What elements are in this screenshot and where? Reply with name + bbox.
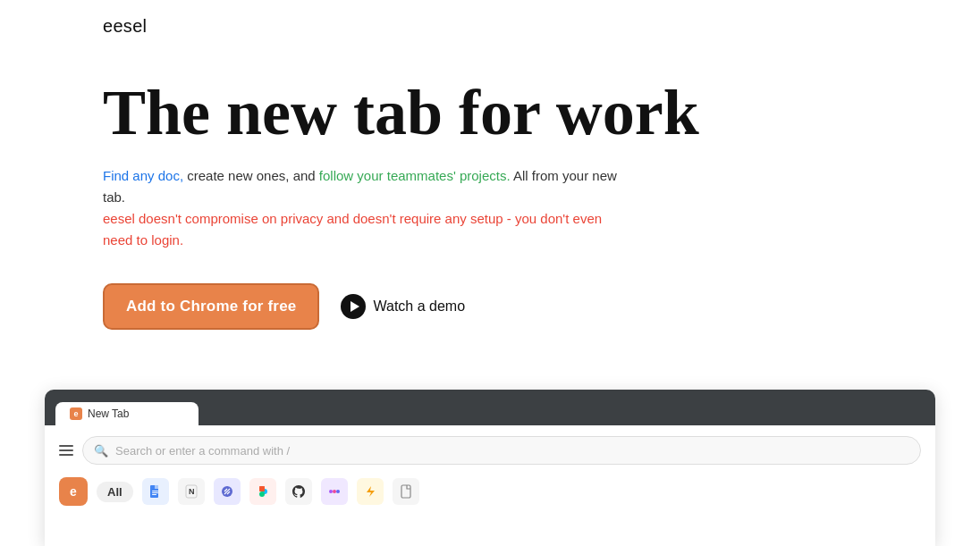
browser-tab[interactable]: e New Tab: [55, 402, 199, 425]
hero-title: The new tab for work: [103, 80, 729, 147]
svg-rect-15: [401, 485, 410, 498]
filter-chips-row: e All N: [59, 477, 921, 506]
svg-point-12: [329, 490, 333, 493]
svg-rect-4: [152, 494, 156, 495]
chip-file[interactable]: [393, 478, 419, 505]
chip-google-docs[interactable]: [142, 478, 169, 505]
search-bar[interactable]: 🔍 Search or enter a command with /: [82, 436, 921, 465]
subtitle-eesel: eesel doesn't compromise on privacy and …: [103, 211, 602, 248]
svg-rect-11: [259, 486, 265, 491]
chip-dots[interactable]: [321, 478, 348, 505]
search-placeholder-text: Search or enter a command with /: [115, 444, 290, 458]
browser-toolbar: 🔍 Search or enter a command with /: [59, 436, 921, 465]
svg-rect-10: [259, 491, 265, 497]
hamburger-icon[interactable]: [59, 445, 73, 456]
svg-point-14: [336, 490, 340, 493]
svg-rect-3: [152, 492, 158, 493]
watch-demo-button[interactable]: Watch a demo: [341, 294, 465, 319]
chip-all[interactable]: All: [97, 482, 133, 502]
svg-text:N: N: [189, 487, 195, 496]
subtitle-create: create new ones, and: [187, 168, 319, 183]
svg-rect-1: [155, 485, 158, 489]
subtitle-find: Find any doc,: [103, 168, 183, 183]
tab-favicon: e: [70, 407, 82, 420]
hero-section: The new tab for work Find any doc, creat…: [0, 53, 980, 330]
subtitle-follow: follow your teammates' projects.: [319, 168, 511, 183]
add-to-chrome-button[interactable]: Add to Chrome for free: [103, 283, 319, 330]
browser-mockup: e New Tab 🔍 Search or enter a command wi…: [45, 390, 935, 546]
tab-label: New Tab: [88, 407, 129, 420]
header: eesel: [0, 0, 980, 53]
cta-row: Add to Chrome for free Watch a demo: [103, 283, 877, 330]
chip-figma[interactable]: [249, 478, 276, 505]
chip-bolt[interactable]: [357, 478, 384, 505]
browser-content: 🔍 Search or enter a command with / e All: [45, 425, 935, 546]
chip-github[interactable]: [285, 478, 312, 505]
chip-notion[interactable]: N: [178, 478, 205, 505]
svg-rect-2: [152, 491, 158, 491]
play-icon: [341, 294, 366, 319]
logo[interactable]: eesel: [103, 16, 147, 36]
avatar-chip[interactable]: e: [59, 477, 88, 506]
watch-demo-label: Watch a demo: [373, 298, 465, 315]
svg-point-13: [333, 490, 336, 493]
chip-linear[interactable]: [214, 478, 241, 505]
hero-subtitle: Find any doc, create new ones, and follo…: [103, 165, 630, 251]
search-icon: 🔍: [94, 444, 108, 458]
browser-chrome-bar: e New Tab: [45, 390, 935, 425]
